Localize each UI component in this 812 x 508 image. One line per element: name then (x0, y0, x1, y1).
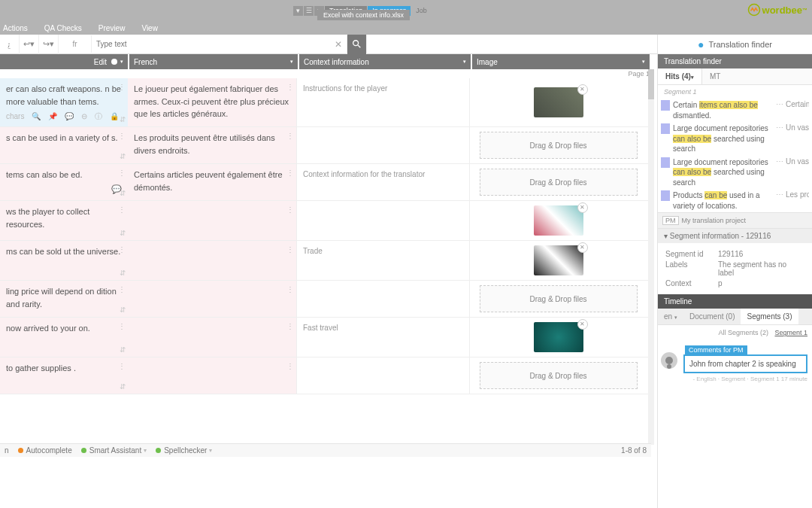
row-menu-icon[interactable]: ⋮ (118, 81, 126, 93)
drop-zone[interactable]: Drag & Drop files (480, 285, 638, 312)
row-menu-icon[interactable]: ⋮ (118, 244, 126, 255)
tl-tab-seg[interactable]: Segments (3) (741, 309, 798, 324)
image-thumb[interactable] (534, 245, 583, 275)
search-button[interactable] (347, 35, 367, 54)
resize-icon[interactable]: ⇵ (120, 187, 126, 199)
filter-icon[interactable]: ⍮ (0, 35, 20, 54)
hit-row[interactable]: Products can be used in a variety of loc… (661, 189, 809, 212)
more-icon[interactable]: ⋯ (776, 190, 783, 211)
row-menu-icon[interactable]: ⋮ (286, 167, 294, 178)
source-text[interactable]: s can be used in a variety of s. (6, 133, 118, 142)
row-menu-icon[interactable]: ⋮ (286, 81, 294, 93)
row-menu-icon[interactable]: ⋮ (118, 204, 126, 215)
source-text[interactable]: ling price will depend on dition and rar… (6, 287, 117, 309)
menu-actions[interactable]: Actions (3, 24, 28, 32)
tl-tab-en[interactable]: en ▾ (658, 309, 683, 324)
lock-icon[interactable]: 🔒 (110, 111, 119, 122)
tab-mt[interactable]: MT (702, 68, 728, 84)
more-icon[interactable]: ⋯ (776, 123, 783, 154)
row-menu-icon[interactable]: ⋮ (118, 130, 126, 141)
pin-icon[interactable]: 📌 (48, 111, 57, 122)
tl-current[interactable]: Segment 1 (774, 329, 807, 336)
col-edit[interactable]: Edit▾ (0, 54, 128, 69)
row-menu-icon[interactable]: ⋮ (118, 284, 126, 295)
menu-qa[interactable]: QA Checks (44, 24, 82, 32)
resize-icon[interactable]: ⇵ (120, 344, 126, 355)
drop-zone[interactable]: Drag & Drop files (480, 362, 638, 389)
drop-zone[interactable]: Drag & Drop files (480, 132, 638, 159)
status-spell[interactable]: Spellchecker (164, 446, 207, 455)
info-icon[interactable]: ⓘ (95, 111, 102, 122)
row-menu-icon[interactable]: ⋮ (286, 130, 294, 141)
resize-icon[interactable]: ⇵ (120, 267, 126, 278)
col-context[interactable]: Context information▾ (299, 54, 471, 69)
status-smart[interactable]: Smart Assistant (89, 446, 141, 455)
project-row[interactable]: PMMy translation project (658, 212, 812, 228)
row-menu-icon[interactable]: ⋮ (286, 244, 294, 255)
segment-row[interactable]: ws the player to collect resources.⋮⇵⋮ (0, 201, 651, 241)
menu-preview[interactable]: Preview (98, 24, 126, 32)
hit-row[interactable]: Large document repositories can also be … (661, 156, 809, 190)
segment-row[interactable]: to gather supplies .⋮⇵⋮Drag & Drop files (0, 357, 651, 394)
minus-icon[interactable]: ⊖ (81, 111, 87, 122)
row-menu-icon[interactable]: ⋮ (118, 360, 126, 372)
segment-row[interactable]: tems can also be ed.⋮⇵💬Certains articles… (0, 164, 651, 201)
lang-code[interactable]: fr (59, 35, 92, 53)
image-thumb[interactable] (534, 87, 583, 117)
source-text[interactable]: tems can also be ed. (6, 170, 83, 179)
segment-row[interactable]: s can be used in a variety of s.⋮⇵Les pr… (0, 127, 651, 164)
image-thumb[interactable] (534, 205, 583, 236)
target-text[interactable]: Le joueur peut également fabriquer des a… (134, 84, 289, 118)
crumb-job[interactable]: Job (411, 6, 432, 16)
tl-tab-doc[interactable]: Document (0) (683, 309, 741, 324)
context-text: Instructions for the player (303, 84, 387, 93)
source-text[interactable]: to gather supplies . (6, 364, 76, 373)
more-icon[interactable]: ⋯ (776, 100, 783, 120)
row-menu-icon[interactable]: ⋮ (286, 284, 294, 295)
redo-icon[interactable]: ↪▾ (39, 35, 59, 54)
hit-row[interactable]: Large document repositories can also be … (661, 122, 809, 156)
back-icon[interactable]: ▾ (293, 6, 303, 16)
search-icon[interactable]: 🔍 (32, 111, 41, 122)
target-text[interactable]: Certains articles peuvent également être… (134, 170, 283, 192)
row-menu-icon[interactable]: ⋮ (286, 204, 294, 215)
resize-icon[interactable]: ⇵ (120, 381, 126, 392)
clear-icon[interactable]: ✕ (335, 39, 342, 50)
more-icon[interactable]: ⋯ (776, 157, 783, 188)
row-menu-icon[interactable]: ⋮ (118, 321, 126, 332)
source-text[interactable]: now arrived to your on. (6, 324, 90, 333)
status-autocomplete[interactable]: Autocomplete (26, 446, 72, 455)
hit-row[interactable]: Certain items can also be dismantled.⋯Ce… (661, 99, 809, 122)
source-text[interactable]: er can also craft weapons. n be more val… (6, 84, 121, 106)
row-menu-icon[interactable]: ⋮ (118, 167, 126, 178)
match-bar (661, 157, 670, 168)
tl-all[interactable]: All Segments (2) (718, 329, 768, 336)
row-menu-icon[interactable]: ⋮ (286, 360, 294, 372)
image-thumb[interactable] (534, 322, 583, 352)
row-menu-icon[interactable]: ⋮ (286, 321, 294, 332)
scrollbar[interactable] (648, 69, 654, 445)
segment-row[interactable]: er can also craft weapons. n be more val… (0, 78, 651, 127)
col-french[interactable]: French▾ (129, 54, 298, 69)
comment-icon[interactable]: 💬 (65, 111, 74, 122)
col-image[interactable]: Image▾ (472, 54, 650, 69)
resize-icon[interactable]: ⇵ (120, 304, 126, 315)
drop-zone[interactable]: Drag & Drop files (480, 169, 638, 196)
segment-row[interactable]: ling price will depend on dition and rar… (0, 281, 651, 318)
source-text[interactable]: ms can be sold ut the universe. (6, 247, 120, 256)
comment-text[interactable]: John from chapter 2 is speaking (683, 354, 807, 373)
search-input[interactable] (96, 35, 342, 53)
tab-hits[interactable]: Hits (4)▾ (658, 68, 702, 84)
resize-icon[interactable]: ⇵ (120, 227, 126, 239)
segment-row[interactable]: ms can be sold ut the universe.⋮⇵⋮Trade (0, 241, 651, 281)
resize-icon[interactable]: ⇵ (120, 151, 126, 162)
resize-icon[interactable]: ⇵ (120, 114, 126, 125)
menu-view[interactable]: View (141, 24, 158, 32)
undo-icon[interactable]: ↩▾ (20, 35, 39, 54)
segment-row[interactable]: now arrived to your on.⋮⇵⋮Fast travel (0, 318, 651, 357)
list-icon[interactable]: ☰ (304, 6, 314, 16)
seg-info-header[interactable]: ▾ Segment information - 129116 (658, 228, 812, 243)
source-text[interactable]: ws the player to collect resources. (6, 207, 89, 229)
target-text[interactable]: Les produits peuvent être utilisés dans … (134, 133, 275, 155)
timeline-filter: All Segments (2) Segment 1 (658, 325, 812, 340)
